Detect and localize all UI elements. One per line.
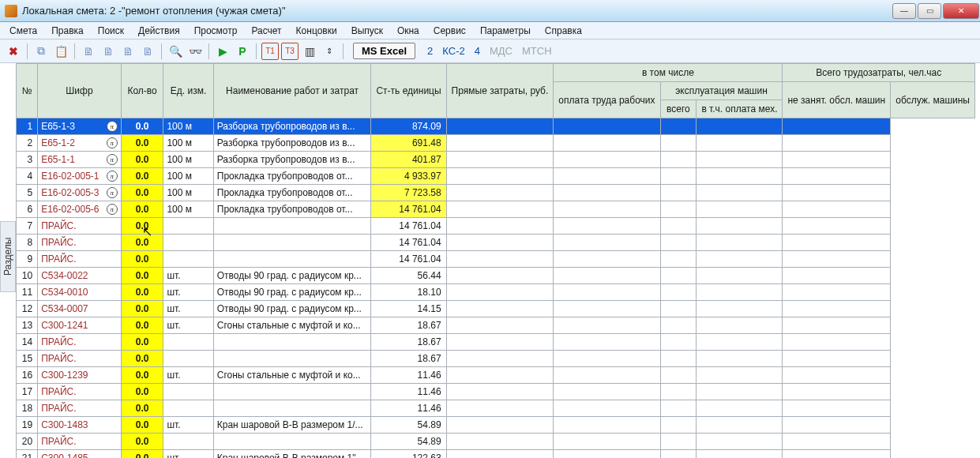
menu-4[interactable]: Просмотр: [188, 24, 244, 38]
toolbar-link-mtch[interactable]: МТСН: [517, 45, 557, 57]
menu-7[interactable]: Выпуск: [345, 24, 389, 38]
menu-9[interactable]: Сервис: [427, 24, 472, 38]
copy-icon[interactable]: ⧉: [32, 43, 50, 60]
toolbar-link-mdc[interactable]: МДС: [485, 45, 517, 57]
sort-icon[interactable]: ⇕: [321, 43, 338, 60]
toolbar-link-kc2[interactable]: КС-2: [437, 45, 469, 57]
menu-10[interactable]: Параметры: [474, 24, 537, 38]
t3-icon[interactable]: T3: [281, 43, 299, 60]
minimize-button[interactable]: —: [892, 3, 916, 19]
doc4-icon[interactable]: 🗎: [139, 43, 156, 60]
menu-6[interactable]: Концовки: [290, 24, 344, 38]
menu-3[interactable]: Действия: [132, 24, 186, 38]
doc3-icon[interactable]: 🗎: [119, 43, 137, 60]
ms-excel-button[interactable]: MS Excel: [353, 43, 415, 59]
menu-1[interactable]: Правка: [45, 24, 90, 38]
toolbar-link-4[interactable]: 4: [470, 45, 485, 57]
window-title: Локальная смета: 2 -"ремонт отопления (ч…: [22, 5, 286, 17]
close-button[interactable]: ✕: [943, 3, 979, 19]
menu-5[interactable]: Расчет: [245, 24, 287, 38]
app-icon: [5, 5, 17, 17]
toolbar-link-2[interactable]: 2: [422, 45, 437, 57]
binoculars-icon[interactable]: 👓: [186, 43, 204, 60]
search-icon[interactable]: 🔍: [167, 43, 184, 60]
menubar: СметаПравкаПоискДействияПросмотрРасчетКо…: [0, 22, 980, 39]
menu-11[interactable]: Справка: [539, 24, 588, 38]
toolbar: ✖ ⧉ 📋 🗎 🗎 🗎 🗎 🔍 👓 ▶ P T1 T3 ▥ ⇕ MS Excel…: [0, 39, 980, 63]
menu-8[interactable]: Окна: [391, 24, 426, 38]
menu-2[interactable]: Поиск: [92, 24, 130, 38]
menu-0[interactable]: Смета: [3, 24, 43, 38]
window-titlebar: Локальная смета: 2 -"ремонт отопления (ч…: [0, 0, 980, 22]
doc1-icon[interactable]: 🗎: [80, 43, 97, 60]
layout-icon[interactable]: ▥: [301, 43, 318, 60]
doc2-icon[interactable]: 🗎: [100, 43, 117, 60]
maximize-button[interactable]: ▭: [918, 3, 941, 19]
p-icon[interactable]: P: [234, 43, 251, 60]
paste-icon[interactable]: 📋: [52, 43, 69, 60]
delete-icon[interactable]: ✖: [5, 43, 22, 60]
play-icon[interactable]: ▶: [214, 43, 231, 60]
t1-icon[interactable]: T1: [261, 43, 279, 60]
